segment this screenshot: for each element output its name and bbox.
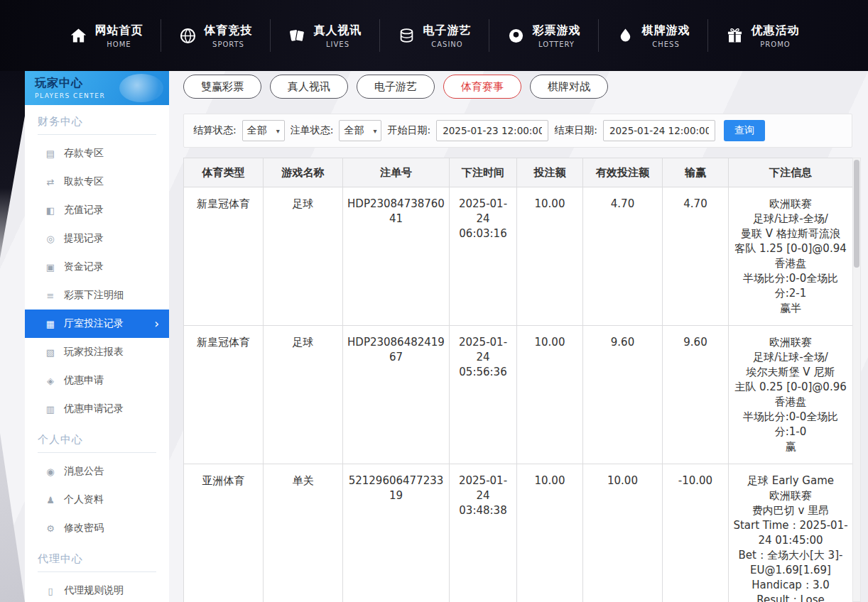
cell-bet-time: 2025-01-24 05:56:36 [450, 326, 517, 464]
cell-sport-type: 亚洲体育 [184, 464, 264, 602]
order-status-label: 注单状态: [291, 124, 334, 137]
withdraw-icon: ⇄ [43, 177, 58, 187]
table-row: 新皇冠体育 足球 HDP2308648241967 2025-01-24 05:… [184, 326, 853, 464]
sidebar-item-label: 资金记录 [64, 261, 104, 273]
sidebar-item-withdraw[interactable]: ⇄ 取款专区 [25, 168, 169, 196]
nav-label-zh: 体育竞技 [205, 23, 253, 38]
message-notice-icon: ◉ [43, 466, 58, 477]
cell-order-no: HDP2308473876041 [343, 187, 450, 326]
nav-label-zh: 真人视讯 [314, 23, 362, 38]
nav-label-en: LOTTERY [533, 40, 581, 48]
nav-item-chess[interactable]: 棋牌游戏 CHESS [599, 23, 707, 48]
home-icon [69, 26, 88, 45]
sidebar-item-promo-apply[interactable]: ◈ 优惠申请 [25, 366, 169, 395]
scrollbar-thumb[interactable] [854, 160, 859, 268]
table-header-row: 体育类型 游戏名称 注单号 下注时间 投注额 有效投注额 输赢 下注信息 [184, 158, 853, 187]
cell-bet-time: 2025-01-24 03:48:38 [450, 464, 517, 602]
sidebar-item-label: 优惠申请 [64, 374, 104, 387]
sports-ball-icon [178, 26, 197, 45]
start-date-label: 开始日期: [387, 124, 430, 137]
sidebar-item-message-notice[interactable]: ◉ 消息公告 [25, 457, 169, 486]
promo-apply-record-icon: ▥ [43, 404, 58, 415]
sidebar-item-player-bet-report[interactable]: ▧ 玩家投注报表 [25, 338, 169, 366]
col-header-sport-type: 体育类型 [184, 158, 264, 187]
cell-win-loss: -10.00 [663, 464, 729, 602]
sidebar-item-hall-bet-record[interactable]: ▦ 厅室投注记录 › [25, 310, 169, 338]
player-bet-report-icon: ▧ [43, 347, 58, 358]
sidebar-item-label: 提现记录 [64, 232, 104, 245]
nav-label-zh: 棋牌游戏 [642, 23, 690, 38]
main-content: 雙赢彩票 真人视讯 电子游艺 体育赛事 棋牌对战 结算状态: 全部 ▾ 注单状态… [183, 71, 852, 602]
nav-item-lottery[interactable]: 彩票游戏 LOTTERY [489, 23, 598, 48]
vertical-scrollbar[interactable] [852, 158, 861, 602]
tab-egames[interactable]: 电子游艺 [357, 75, 435, 99]
sidebar-item-promo-apply-record[interactable]: ▥ 优惠申请记录 [25, 395, 169, 423]
col-header-order-no: 注单号 [343, 158, 450, 187]
start-date-input[interactable] [436, 120, 548, 141]
table-row: 新皇冠体育 足球 HDP2308473876041 2025-01-24 06:… [184, 187, 853, 326]
cell-game-name: 足球 [264, 326, 343, 464]
caret-down-icon: ▾ [373, 127, 376, 135]
nav-label-zh: 彩票游戏 [533, 23, 581, 38]
tab-live[interactable]: 真人视讯 [270, 75, 348, 99]
sidebar-item-recharge-record[interactable]: ◧ 充值记录 [25, 196, 169, 224]
sidebar: 玩家中心 PLAYERS CENTER 财务中心 ▤ 存款专区 ⇄ 取款专区 ◧… [25, 71, 169, 602]
settle-status-label: 结算状态: [193, 124, 237, 137]
nav-label-en: LIVES [314, 40, 362, 48]
cell-bet-amount: 10.00 [517, 187, 583, 326]
search-button[interactable]: 查询 [724, 120, 765, 141]
sidebar-item-label: 充值记录 [64, 204, 104, 217]
promo-apply-icon: ◈ [43, 376, 58, 386]
col-header-win-loss: 输赢 [663, 158, 729, 187]
nav-item-promo[interactable]: 优惠活动 PROMO [708, 23, 817, 48]
nav-item-home[interactable]: 网站首页 HOME [52, 23, 161, 48]
sidebar-item-label: 消息公告 [64, 465, 104, 478]
cell-win-loss: 4.70 [663, 187, 729, 326]
cell-win-loss: 9.60 [663, 326, 729, 464]
sidebar-item-funds-record[interactable]: ▣ 资金记录 [25, 253, 169, 281]
player-center-header: 玩家中心 PLAYERS CENTER [25, 71, 169, 105]
change-password-icon: ⚙ [43, 523, 58, 534]
sidebar-item-label: 存款专区 [64, 147, 104, 160]
sidebar-item-agent-rules[interactable]: ▯ 代理规则说明 [25, 576, 169, 602]
cell-bet-amount: 10.00 [517, 464, 583, 602]
table-row: 亚洲体育 单关 5212960647723319 2025-01-24 03:4… [184, 464, 853, 602]
recharge-record-icon: ◧ [43, 205, 58, 216]
category-tabs: 雙赢彩票 真人视讯 电子游艺 体育赛事 棋牌对战 [183, 75, 852, 99]
cell-bet-info: 足球 Early Game 欧洲联赛 费内巴切 v 里昂 Start Time：… [729, 464, 853, 602]
nav-item-casino[interactable]: 电子游艺 CASINO [380, 23, 489, 48]
nav-item-sports[interactable]: 体育竞技 SPORTS [161, 23, 270, 48]
cell-sport-type: 新皇冠体育 [184, 187, 264, 326]
end-date-input[interactable] [603, 120, 715, 141]
controller-graphic [119, 74, 163, 102]
sidebar-item-change-password[interactable]: ⚙ 修改密码 [25, 514, 169, 542]
sidebar-item-label: 取款专区 [64, 175, 104, 188]
cell-valid-amount: 10.00 [583, 464, 663, 602]
settle-status-select[interactable]: 全部 ▾ [242, 120, 285, 141]
nav-label-en: SPORTS [205, 40, 253, 48]
cell-game-name: 单关 [264, 464, 343, 602]
sidebar-item-label: 个人资料 [64, 493, 104, 506]
bet-records-table: 体育类型 游戏名称 注单号 下注时间 投注额 有效投注额 输赢 下注信息 新皇冠… [183, 158, 853, 602]
hall-bet-record-icon: ▦ [43, 319, 58, 329]
order-status-select[interactable]: 全部 ▾ [339, 120, 381, 141]
tab-sports[interactable]: 体育赛事 [443, 75, 521, 99]
cell-sport-type: 新皇冠体育 [184, 326, 264, 464]
sidebar-item-profile[interactable]: ♟ 个人资料 [25, 486, 169, 514]
sidebar-item-deposit[interactable]: ▤ 存款专区 [25, 139, 169, 168]
tab-chess[interactable]: 棋牌对战 [530, 75, 608, 99]
tab-lottery[interactable]: 雙赢彩票 [183, 75, 261, 99]
sidebar-item-withdrawal-record[interactable]: ◎ 提现记录 [25, 224, 169, 253]
sidebar-item-label: 优惠申请记录 [64, 403, 124, 415]
nav-label-zh: 优惠活动 [752, 23, 800, 38]
nav-item-lives[interactable]: 真人视讯 LIVES [271, 23, 379, 48]
background-gray-wedge [0, 403, 25, 602]
col-header-bet-time: 下注时间 [450, 158, 517, 187]
nav-label-en: CASINO [423, 40, 472, 48]
sidebar-item-lottery-bet-detail[interactable]: ≡ 彩票下注明细 [25, 281, 169, 310]
col-header-bet-info: 下注信息 [729, 158, 853, 187]
funds-record-icon: ▣ [43, 262, 58, 273]
withdrawal-record-icon: ◎ [43, 234, 58, 244]
profile-icon: ♟ [43, 495, 58, 505]
sidebar-item-label: 修改密码 [64, 522, 104, 535]
